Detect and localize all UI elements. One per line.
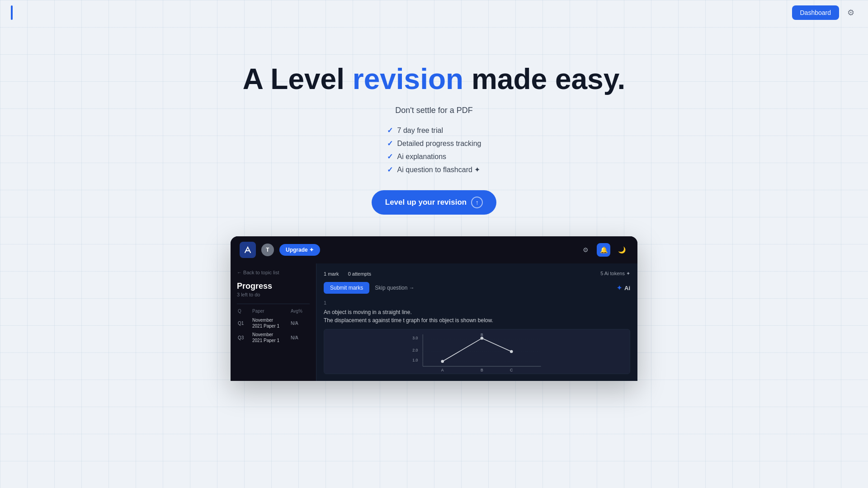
heading-highlight: revision — [353, 63, 463, 95]
attempts-label: 0 attempts — [348, 271, 371, 277]
question-line1: An object is moving in a straight line. — [324, 309, 412, 315]
navbar-right: Dashboard ⚙ — [792, 5, 858, 20]
mockup-logo-area: T Upgrade ✦ — [240, 242, 320, 258]
mockup-upgrade-button[interactable]: Upgrade ✦ — [279, 244, 320, 256]
cta-arrow-icon: ↑ — [471, 197, 483, 208]
cta-highlight: revision — [437, 198, 467, 206]
table-row: Q1 November2021 Paper 1 N/A — [237, 317, 310, 329]
avatar-letter: T — [266, 247, 269, 253]
main-content: A Level revision made easy. Don't settle… — [0, 0, 868, 381]
question-actions: Submit marks Skip question → ✦ Ai — [324, 282, 630, 294]
chart-area: 3.0 2.0 1.0 A B C B — [324, 329, 630, 374]
feature-item: ✓ 7 day free trial — [387, 126, 443, 135]
dashboard-button[interactable]: Dashboard — [792, 5, 840, 20]
navbar: Dashboard ⚙ — [0, 0, 868, 25]
q-label-1: Q1 — [238, 321, 250, 326]
table-row-2: Q3 November2021 Paper 1 N/A — [237, 332, 310, 343]
logo-bar — [11, 5, 13, 20]
cta-text: Level up your revision — [385, 198, 467, 207]
heading-part1: A Level — [243, 63, 353, 95]
feature-text-4: Ai question to flashcard ✦ — [397, 165, 481, 174]
feature-item-3: ✓ Ai explanations — [387, 152, 447, 161]
mockup-body: ← Back to topic list Progress 3 left to … — [231, 263, 637, 381]
paper-info-2: November2021 Paper 1 — [252, 332, 289, 343]
progress-divider — [237, 304, 310, 304]
ai-button[interactable]: ✦ Ai — [617, 284, 630, 291]
progress-subtitle: 3 left to do — [237, 292, 310, 297]
cta-button[interactable]: Level up your revision ↑ — [372, 190, 496, 215]
feature-text-3: Ai explanations — [397, 153, 447, 161]
mockup-titlebar-right: ⚙ 🔔 🌙 — [579, 243, 628, 257]
svg-text:1.0: 1.0 — [412, 358, 418, 362]
mockup-bell-icon[interactable]: 🔔 — [597, 243, 610, 257]
hero-heading: A Level revision made easy. — [243, 63, 626, 95]
progress-table-header: Q Paper Avg% — [237, 309, 310, 314]
avg-val-1: N/A — [291, 321, 309, 326]
back-to-topic-link[interactable]: ← Back to topic list — [237, 270, 310, 275]
mockup-sidebar: ← Back to topic list Progress 3 left to … — [231, 263, 316, 381]
settings-icon[interactable]: ⚙ — [844, 6, 857, 19]
check-icon-1: ✓ — [387, 126, 393, 135]
q-label-2: Q3 — [238, 335, 250, 340]
feature-item-4: ✓ Ai question to flashcard ✦ — [387, 165, 481, 174]
check-icon-3: ✓ — [387, 152, 393, 161]
submit-marks-button[interactable]: Submit marks — [324, 282, 369, 294]
progress-title: Progress — [237, 282, 310, 291]
col-q: Q — [238, 309, 250, 314]
mockup-titlebar: T Upgrade ✦ ⚙ 🔔 🌙 — [231, 236, 637, 263]
back-link-text: ← Back to topic list — [237, 270, 279, 275]
ai-tokens-badge: 5 Ai tokens ✦ — [600, 271, 630, 277]
col-paper: Paper — [252, 309, 289, 314]
svg-point-12 — [441, 360, 444, 363]
feature-text-1: 7 day free trial — [397, 127, 443, 135]
svg-text:C: C — [510, 368, 513, 372]
mockup-main: 1 mark 0 attempts 5 Ai tokens ✦ Submit m… — [316, 263, 637, 381]
check-icon-2: ✓ — [387, 139, 393, 148]
avg-val-2: N/A — [291, 335, 309, 340]
ai-label: Ai — [624, 285, 630, 291]
svg-text:3.0: 3.0 — [412, 336, 418, 340]
svg-text:2.0: 2.0 — [412, 348, 418, 352]
displacement-chart: 3.0 2.0 1.0 A B C B — [324, 329, 630, 374]
question-line2: The displacement s against time t graph … — [324, 317, 493, 324]
upgrade-btn-label: Upgrade ✦ — [286, 247, 314, 253]
feature-list: ✓ 7 day free trial ✓ Detailed progress t… — [387, 126, 481, 174]
question-number: 1 — [324, 300, 630, 305]
question-text: An object is moving in a straight line. … — [324, 308, 630, 324]
feature-item-2: ✓ Detailed progress tracking — [387, 139, 481, 148]
feature-text-2: Detailed progress tracking — [397, 140, 481, 148]
mockup-avatar: T — [261, 244, 274, 256]
svg-text:A: A — [441, 368, 444, 372]
svg-text:B: B — [481, 368, 483, 372]
svg-text:B: B — [481, 333, 483, 338]
mockup-logo-icon — [240, 242, 256, 258]
col-avg: Avg% — [291, 309, 309, 314]
mockup-moon-icon[interactable]: 🌙 — [615, 243, 628, 257]
question-meta-left: 1 mark 0 attempts — [324, 271, 371, 277]
paper-info-1: November2021 Paper 1 — [252, 317, 289, 329]
ai-tokens-text: 5 Ai tokens ✦ — [600, 271, 630, 277]
attempts-badge: 0 attempts — [348, 271, 371, 277]
app-mockup: T Upgrade ✦ ⚙ 🔔 🌙 ← Back to topic list P… — [231, 236, 637, 381]
hero-subheading: Don't settle for a PDF — [395, 106, 473, 115]
ai-spark-icon: ✦ — [617, 284, 622, 291]
logo — [11, 5, 13, 20]
mark-badge: 1 mark — [324, 271, 339, 277]
question-meta: 1 mark 0 attempts 5 Ai tokens ✦ — [324, 271, 630, 277]
svg-point-14 — [510, 350, 513, 353]
mockup-settings-icon[interactable]: ⚙ — [579, 243, 592, 257]
svg-point-13 — [481, 337, 484, 340]
check-icon-4: ✓ — [387, 165, 393, 174]
heading-part2: made easy. — [463, 63, 625, 95]
skip-question-button[interactable]: Skip question → — [375, 285, 414, 291]
mark-label: 1 mark — [324, 271, 339, 277]
